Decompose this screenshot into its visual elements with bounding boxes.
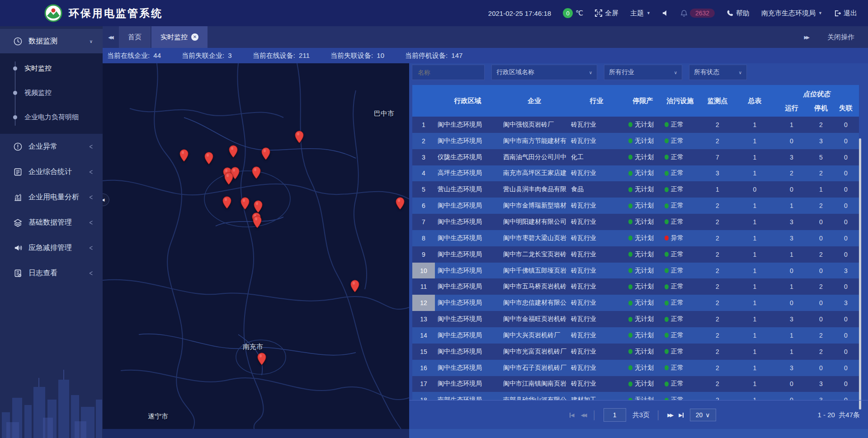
region-cell: 阆中生态环境局 [435, 380, 500, 388]
tabs-scroll-left-button[interactable]: ◀◀ [103, 26, 118, 48]
map-pin-icon[interactable] [222, 196, 231, 209]
monitor-count-cell: 2 [699, 283, 736, 290]
map-pin-icon[interactable] [224, 172, 233, 185]
help-button[interactable]: 帮助 [726, 9, 750, 18]
org-dropdown[interactable]: 南充市生态环境局 ▼ [761, 9, 822, 18]
right-panel: 行政区域名称 ∨ 所有行业 ∨ 所有状态 ∨ 行政区域企业行业停限产治污设施监测… [409, 63, 868, 429]
table-row[interactable]: 15阆中生态环境局阆中市光富页岩机砖厂砖瓦行业无计划正常21120 [412, 344, 859, 360]
table-row[interactable]: 6阆中生态环境局阆中市金博瑞新型墙材砖瓦行业无计划正常21120 [412, 198, 859, 214]
chevron-down-icon: ∨ [589, 70, 592, 75]
map-pin-icon[interactable] [350, 280, 359, 292]
table-row[interactable]: 13阆中生态环境局阆中市金福旺页岩机砖砖瓦行业无计划正常21300 [412, 311, 859, 327]
lost-count-cell: 3 [833, 267, 859, 274]
map-pin-icon[interactable] [179, 149, 189, 162]
tab-home[interactable]: 首页 [119, 26, 151, 48]
map-pin-icon[interactable] [257, 353, 266, 365]
sidebar-item-企业用电量分析[interactable]: 企业用电量分析< [0, 184, 103, 210]
region-filter-select[interactable]: 行政区域名称 ∨ [491, 65, 597, 80]
fullscreen-button[interactable]: 全屏 [595, 9, 618, 18]
table-row[interactable]: 11阆中生态环境局阆中市五马桥页岩机砖砖瓦行业无计划正常21120 [412, 278, 859, 295]
status-filter-select[interactable]: 所有状态 ∨ [689, 65, 747, 80]
stop-count-cell: 2 [809, 251, 833, 258]
map-pin-icon[interactable] [295, 131, 304, 143]
sidebar-item-日志查看[interactable]: 日志查看< [0, 260, 103, 286]
sound-button[interactable] [662, 10, 669, 16]
sidebar-subitem-企业电力负荷明细[interactable]: 企业电力负荷明细 [0, 105, 103, 129]
table-row[interactable]: 16阆中生态环境局阆中市石子页岩机砖厂砖瓦行业无计划正常21300 [412, 360, 859, 376]
industry-cell: 砖瓦行业 [568, 315, 625, 323]
limit-status-label: 无计划 [635, 348, 654, 356]
notifications[interactable]: 2632 [681, 9, 715, 18]
sidebar-item-企业综合统计[interactable]: 企业综合统计< [0, 159, 103, 184]
table-row[interactable]: 12阆中生态环境局阆中市忠信建材有限公砖瓦行业无计划正常21003 [412, 295, 859, 311]
table-scrollbar[interactable] [859, 138, 861, 410]
map-pin-icon[interactable] [254, 200, 263, 213]
sidebar-item-应急减排管理[interactable]: 应急减排管理< [0, 235, 103, 260]
map-pin-icon[interactable] [252, 166, 261, 179]
company-cell: 阆中市光富页岩机砖厂 [500, 348, 568, 356]
close-tab-icon[interactable]: ✕ [191, 33, 198, 41]
table-row[interactable]: 17阆中生态环境局阆中市江南镇阆南页岩砖瓦行业无计划正常21030 [412, 376, 859, 392]
row-number-cell: 16 [412, 360, 435, 376]
map-pin-icon[interactable] [253, 216, 262, 228]
last-page-button[interactable]: ▶ [679, 412, 683, 418]
company-cell: 阆中市二龙长宝页岩砖 [500, 250, 568, 259]
map-pin-icon[interactable] [204, 152, 213, 165]
map-pin-icon[interactable] [396, 197, 405, 210]
map-pin-icon[interactable] [229, 145, 238, 158]
table-row[interactable]: 2阆中生态环境局阆中市南方节能建材有砖瓦行业无计划正常21030 [412, 133, 859, 149]
table-row[interactable]: 3仪陇生态环境局西南油气田分公司川中化工无计划正常71350 [412, 149, 859, 165]
sidebar-item-企业异常[interactable]: 企业异常< [0, 134, 103, 159]
bullet-dot-icon [13, 91, 17, 95]
status-dot-icon [628, 122, 632, 127]
theme-dropdown[interactable]: 主题 ▼ [630, 9, 651, 18]
limit-status-label: 无计划 [635, 315, 654, 323]
company-cell: 阆中明阳建材有限公司 [500, 218, 568, 226]
facility-status-cell: 正常 [661, 153, 699, 161]
app-logo [44, 4, 62, 22]
map[interactable]: 巴中市南充市遂宁市 [103, 63, 409, 429]
region-cell: 高坪生态环境局 [435, 169, 500, 177]
tab-realtime-monitoring[interactable]: 实时监控 ✕ [151, 26, 208, 48]
name-filter-input[interactable] [417, 68, 480, 76]
map-pin-icon[interactable] [241, 197, 250, 210]
lost-count-cell: 0 [833, 202, 859, 209]
row-number-cell: 18 [412, 392, 435, 400]
facility-status-cell: 正常 [661, 267, 699, 275]
sidebar-subitem-视频监控[interactable]: 视频监控 [0, 80, 103, 105]
page-size-select[interactable]: 20 ∨ [690, 409, 716, 421]
first-page-button[interactable]: ◀ [570, 412, 574, 418]
monitor-count-cell: 2 [699, 316, 736, 323]
logout-button[interactable]: 退出 [834, 9, 857, 18]
close-operations-button[interactable]: 关闭操作 [827, 33, 854, 42]
table-row[interactable]: 9阆中生态环境局阆中市二龙长宝页岩砖砖瓦行业无计划正常21120 [412, 246, 859, 263]
industry-filter-select[interactable]: 所有行业 ∨ [604, 65, 682, 80]
page-number-input[interactable] [604, 408, 626, 422]
region-cell: 阆中生态环境局 [435, 218, 500, 226]
name-filter-field[interactable] [412, 65, 485, 80]
sidebar-subitem-实时监控[interactable]: 实时监控 [0, 56, 103, 80]
stop-count-cell: 2 [809, 121, 833, 128]
table-row[interactable]: 8阆中生态环境局阆中市枣碧大梁山页岩砖瓦行业无计划异常21300 [412, 230, 859, 246]
table-row[interactable]: 18南部生态环境局南部县砂华山河有限公建材加工无计划正常21030 [412, 392, 859, 400]
table-row[interactable]: 1阆中生态环境局阆中强锐页岩砖厂砖瓦行业无计划正常21120 [412, 117, 859, 133]
tabs-scroll-right-button[interactable]: ▶▶ [804, 35, 808, 40]
table-header: 行政区域企业行业停限产治污设施监测点总表点位状态运行停机失联 [412, 85, 859, 117]
next-page-button[interactable]: ▶▶ [667, 412, 672, 418]
table-row[interactable]: 5营山生态环境局营山县润丰肉食品有限食品无计划正常10010 [412, 181, 859, 198]
table-row[interactable]: 14阆中生态环境局阆中大兴页岩机砖厂砖瓦行业无计划正常21120 [412, 327, 859, 344]
facility-status-cell: 正常 [661, 185, 699, 193]
table-row[interactable]: 7阆中生态环境局阆中明阳建材有限公司砖瓦行业无计划正常21300 [412, 214, 859, 230]
sidebar-group-data-monitoring[interactable]: 数据监测 ∨ [0, 29, 103, 53]
sidebar-item-基础数据管理[interactable]: 基础数据管理< [0, 210, 103, 235]
status-dot-icon [665, 219, 669, 224]
prev-page-button[interactable]: ◀◀ [580, 412, 585, 418]
table-row[interactable]: 4高坪生态环境局南充市高坪区王家店建砖瓦行业无计划正常31220 [412, 165, 859, 182]
table-row[interactable]: 10阆中生态环境局阆中千佛镇五郎垭页岩砖瓦行业无计划正常21003 [412, 263, 859, 279]
facility-status-cell: 正常 [661, 364, 699, 372]
map-pin-icon[interactable] [261, 147, 270, 160]
layers-icon [14, 218, 22, 227]
monitor-count-cell: 2 [699, 218, 736, 226]
facility-status-label: 正常 [671, 185, 684, 193]
limit-status-label: 无计划 [635, 121, 654, 129]
